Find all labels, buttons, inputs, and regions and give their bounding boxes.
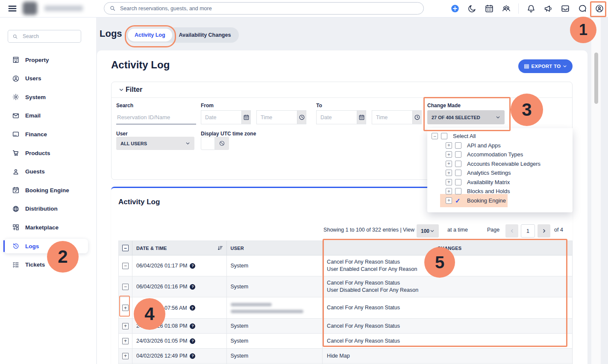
- from-date-input[interactable]: [201, 111, 241, 124]
- sidebar-item-finance[interactable]: Finance: [4, 127, 88, 141]
- chat-icon: [578, 4, 587, 13]
- expand-node-icon[interactable]: +: [446, 188, 452, 194]
- previous-page-button[interactable]: [505, 224, 518, 238]
- sidebar-item-system[interactable]: System: [4, 90, 88, 104]
- inbox-button[interactable]: [560, 4, 570, 14]
- expand-row-button[interactable]: +: [122, 338, 129, 344]
- sort-icon[interactable]: [217, 245, 223, 251]
- checkmark-icon[interactable]: ✓: [455, 197, 461, 204]
- help-icon[interactable]: ?: [190, 284, 195, 290]
- view-count-select[interactable]: 100: [417, 224, 439, 238]
- calendar-button[interactable]: [484, 4, 494, 14]
- page-number-input[interactable]: [521, 224, 535, 238]
- help-icon[interactable]: ?: [190, 263, 195, 269]
- page-scrollbar-thumb[interactable]: [594, 53, 598, 104]
- highlight-ring-activity-log-tab: [125, 25, 176, 47]
- utc-checkbox[interactable]: [201, 137, 215, 150]
- export-to-button[interactable]: EXPORT TO: [518, 59, 573, 73]
- clock-icon[interactable]: [412, 111, 421, 124]
- callout-2: 2: [47, 241, 79, 273]
- clock-icon[interactable]: [297, 111, 306, 124]
- sidebar-search-input[interactable]: [22, 33, 76, 40]
- global-search-bar[interactable]: [104, 2, 424, 15]
- announcements-button[interactable]: [543, 4, 553, 14]
- sidebar-item-booking-engine[interactable]: Booking Engine: [4, 183, 88, 197]
- option-checkbox[interactable]: [455, 179, 461, 185]
- expand-node-icon[interactable]: +: [446, 142, 452, 149]
- team-button[interactable]: [501, 4, 511, 14]
- expand-node-icon[interactable]: +: [446, 197, 452, 204]
- sidebar-item-guests[interactable]: Guests: [4, 164, 88, 179]
- dropdown-option-booking-engine[interactable]: +✓Booking Engine: [446, 196, 573, 205]
- user-cell: System: [227, 334, 323, 348]
- option-checkbox[interactable]: [455, 170, 461, 176]
- reservation-search-input[interactable]: [116, 110, 196, 124]
- dropdown-option-api-and-apps[interactable]: +API and Apps: [446, 141, 573, 150]
- dropdown-option-select-all[interactable]: −Select All: [432, 132, 573, 141]
- help-icon[interactable]: ?: [190, 305, 195, 311]
- column-header-date-time[interactable]: DATE & TIME: [132, 241, 227, 255]
- option-checkbox[interactable]: [455, 142, 461, 149]
- sidebar-item-property[interactable]: Property: [4, 53, 88, 67]
- collapse-all-button[interactable]: −: [122, 245, 129, 251]
- option-checkbox[interactable]: [455, 151, 461, 158]
- notifications-button[interactable]: [526, 4, 536, 14]
- expand-row-button[interactable]: +: [122, 353, 129, 359]
- topbar-icon-group: [450, 0, 604, 17]
- option-checkbox[interactable]: [455, 161, 461, 167]
- night-mode-button[interactable]: [467, 4, 477, 14]
- collapse-node-icon[interactable]: −: [432, 133, 438, 139]
- sidebar-item-marketplace[interactable]: Marketplace: [4, 220, 88, 235]
- dropdown-option-analytics-settings[interactable]: +Analytics Settings: [446, 168, 573, 178]
- help-icon[interactable]: ?: [190, 323, 195, 329]
- collapse-row-button[interactable]: −: [122, 263, 129, 269]
- dropdown-option-accounts-receivable-ledgers[interactable]: +Accounts Receivable Ledgers: [446, 159, 573, 169]
- option-label: API and Apps: [467, 142, 501, 149]
- search-field-label: Search: [116, 103, 133, 109]
- sidebar-item-users[interactable]: Users: [4, 71, 88, 86]
- filter-header[interactable]: Filter: [119, 86, 142, 94]
- global-search-input[interactable]: [119, 5, 418, 12]
- calendar-icon: [485, 4, 494, 13]
- sidebar-search-box[interactable]: [8, 30, 81, 43]
- expand-node-icon[interactable]: +: [446, 170, 452, 176]
- sidebar-item-label: System: [25, 94, 46, 100]
- slash-icon: [215, 137, 229, 150]
- hamburger-menu-button[interactable]: [8, 4, 17, 13]
- user-cell: System: [227, 276, 323, 297]
- tab-availability-changes[interactable]: Availability Changes: [172, 29, 238, 41]
- expander-cell: +: [119, 334, 132, 348]
- dropdown-option-blocks-and-holds[interactable]: +Blocks and Holds: [446, 187, 573, 196]
- expand-row-button[interactable]: +: [122, 323, 129, 329]
- from-time-input[interactable]: [257, 111, 297, 124]
- utc-timezone-toggle[interactable]: [201, 137, 229, 150]
- dropdown-option-availability-matrix[interactable]: +Availability Matrix: [446, 178, 573, 187]
- option-label: Blocks and Holds: [467, 188, 510, 194]
- help-icon[interactable]: ?: [190, 338, 195, 344]
- column-header-user[interactable]: USER: [227, 241, 323, 255]
- to-time-input[interactable]: [372, 111, 412, 124]
- topbar-divider: [518, 3, 519, 14]
- app-logo-text-redacted: [44, 6, 83, 11]
- dropdown-option-accommodation-types[interactable]: +Accommodation Types: [446, 150, 573, 159]
- messages-button[interactable]: [577, 4, 587, 14]
- create-button[interactable]: [450, 4, 460, 14]
- date-time-value: 06/04/2026 01:17 PM: [136, 263, 188, 269]
- sidebar-item-email[interactable]: Email: [4, 109, 88, 123]
- option-checkbox[interactable]: [455, 188, 461, 194]
- sidebar-item-products[interactable]: Products: [4, 146, 88, 160]
- next-page-button[interactable]: [538, 224, 550, 238]
- option-checkbox[interactable]: [441, 133, 447, 139]
- help-icon[interactable]: ?: [190, 353, 195, 359]
- to-date-input[interactable]: [317, 111, 357, 124]
- user-value: System: [231, 338, 249, 344]
- expand-node-icon[interactable]: +: [446, 151, 452, 158]
- expand-node-icon[interactable]: +: [446, 161, 452, 167]
- calendar-icon[interactable]: [357, 111, 366, 124]
- search-icon: [109, 5, 116, 12]
- sidebar-item-distribution[interactable]: Distribution: [4, 202, 88, 216]
- expand-node-icon[interactable]: +: [446, 179, 452, 185]
- collapse-row-button[interactable]: −: [122, 284, 129, 290]
- user-select[interactable]: ALL USERS: [116, 137, 194, 150]
- calendar-icon[interactable]: [241, 111, 250, 124]
